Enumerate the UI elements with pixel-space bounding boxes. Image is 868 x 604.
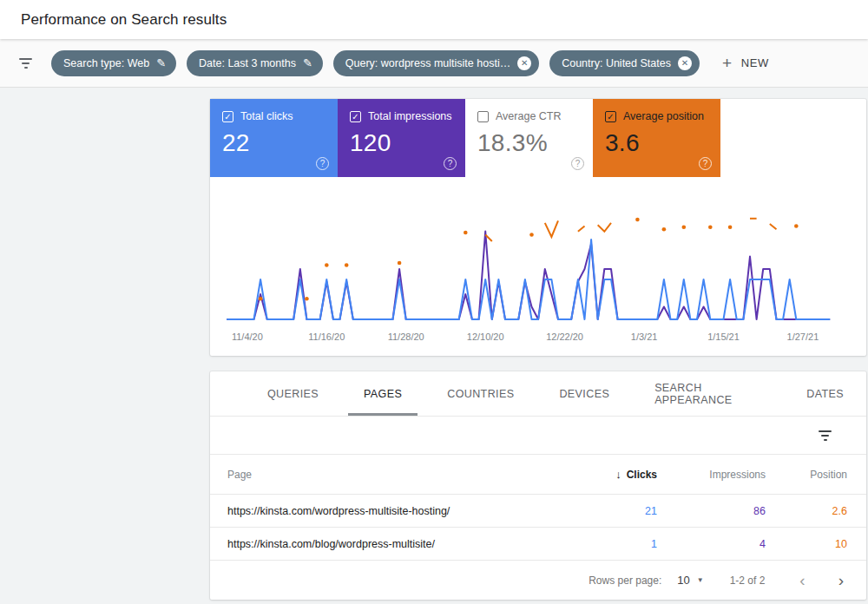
column-header-position[interactable]: Position [771, 469, 866, 481]
table-toolbar [210, 417, 866, 455]
metric-tiles: ✓ Total clicks 22 ? ✓ Total impressions … [210, 99, 866, 177]
impressions-value: 4 [662, 538, 771, 550]
sort-descending-icon: ↓ [615, 468, 621, 481]
svg-text:1/15/21: 1/15/21 [707, 332, 740, 342]
pagination-range: 1-2 of 2 [730, 574, 766, 587]
new-filter-label: NEW [741, 56, 769, 69]
chip-label: Date: Last 3 months [199, 57, 296, 69]
edit-icon[interactable]: ✎ [303, 56, 315, 69]
filter-chip-date[interactable]: Date: Last 3 months ✎ [187, 50, 323, 76]
svg-text:11/28/20: 11/28/20 [388, 332, 424, 342]
metric-tile-total-impressions[interactable]: ✓ Total impressions 120 ? [338, 99, 465, 177]
svg-text:1/27/21: 1/27/21 [787, 332, 819, 342]
clicks-value: 21 [558, 505, 662, 517]
tab-queries[interactable]: QUERIES [245, 371, 341, 416]
remove-icon[interactable]: ✕ [678, 56, 692, 70]
chip-label: Search type: Web [63, 57, 149, 69]
table-row[interactable]: https://kinsta.com/blog/wordpress-multis… [210, 527, 866, 560]
position-value: 2.6 [771, 505, 866, 517]
title-bar: Performance on Search results [0, 0, 868, 39]
metric-label: Total clicks [240, 110, 293, 122]
table-header-row: Page ↓Clicks Impressions Position [210, 455, 866, 494]
metric-tile-average-ctr[interactable]: Average CTR 18.3% ? [465, 99, 593, 177]
previous-page-icon[interactable]: ‹ [796, 572, 808, 588]
dropdown-arrow-icon: ▼ [697, 576, 704, 584]
chip-label: Country: United States [562, 57, 671, 69]
checkbox-checked-icon[interactable]: ✓ [222, 111, 233, 122]
help-icon[interactable]: ? [699, 157, 712, 170]
svg-text:12/22/20: 12/22/20 [546, 332, 583, 342]
dimension-tabs: QUERIES PAGES COUNTRIES DEVICES SEARCH A… [210, 371, 866, 417]
clicks-value: 1 [558, 538, 662, 550]
filter-bar: Search type: Web ✎ Date: Last 3 months ✎… [0, 39, 868, 88]
add-icon: + [722, 54, 733, 73]
column-header-impressions[interactable]: Impressions [662, 469, 771, 481]
checkbox-checked-icon[interactable]: ✓ [605, 111, 616, 122]
svg-text:12/10/20: 12/10/20 [467, 332, 504, 342]
svg-text:11/16/20: 11/16/20 [308, 332, 345, 342]
rows-per-page-value: 10 [677, 574, 689, 587]
page-url[interactable]: https://kinsta.com/wordpress-multisite-h… [210, 505, 558, 517]
dimensions-table-card: QUERIES PAGES COUNTRIES DEVICES SEARCH A… [210, 371, 866, 600]
filter-icon[interactable] [19, 56, 32, 71]
tab-pages[interactable]: PAGES [341, 371, 424, 416]
impressions-value: 86 [662, 505, 771, 517]
help-icon[interactable]: ? [444, 157, 457, 170]
svg-text:1/3/21: 1/3/21 [631, 332, 658, 342]
column-header-page[interactable]: Page [210, 469, 558, 481]
column-header-clicks[interactable]: ↓Clicks [558, 468, 662, 481]
svg-text:11/4/20: 11/4/20 [232, 332, 263, 342]
page-url[interactable]: https://kinsta.com/blog/wordpress-multis… [210, 538, 558, 550]
metric-value: 22 [222, 129, 326, 157]
metric-value: 120 [350, 129, 453, 157]
filter-chip-country[interactable]: Country: United States ✕ [549, 50, 700, 76]
metric-tile-average-position[interactable]: ✓ Average position 3.6 ? [593, 99, 720, 177]
rows-per-page-select[interactable]: 10 ▼ [677, 574, 703, 587]
table-filter-icon[interactable] [819, 428, 832, 443]
help-icon[interactable]: ? [571, 157, 584, 170]
table-row[interactable]: https://kinsta.com/wordpress-multisite-h… [210, 494, 866, 527]
performance-chart-card: ✓ Total clicks 22 ? ✓ Total impressions … [210, 99, 866, 356]
metric-label: Average position [623, 110, 704, 122]
next-page-icon[interactable]: › [835, 572, 847, 588]
tab-search-appearance[interactable]: SEARCH APPEARANCE [632, 371, 784, 416]
performance-chart[interactable]: 11/4/2011/16/2011/28/2012/10/2012/22/201… [215, 191, 861, 347]
filter-chip-search-type[interactable]: Search type: Web ✎ [51, 50, 176, 76]
help-icon[interactable]: ? [316, 157, 329, 170]
page-title: Performance on Search results [21, 11, 227, 29]
table-pagination: Rows per page: 10 ▼ 1-2 of 2 ‹ › [210, 560, 866, 600]
filter-chip-query[interactable]: Query: wordpress multisite hosti… ✕ [333, 50, 539, 76]
checkbox-unchecked-icon[interactable] [477, 111, 489, 122]
remove-icon[interactable]: ✕ [517, 56, 531, 70]
metric-value: 3.6 [605, 129, 708, 157]
position-value: 10 [771, 538, 866, 550]
metric-label: Total impressions [368, 110, 452, 122]
new-filter-button[interactable]: + NEW [722, 54, 769, 73]
chart-area: 11/4/2011/16/2011/28/2012/10/2012/22/201… [210, 177, 866, 351]
metric-label: Average CTR [496, 110, 562, 122]
rows-per-page-label: Rows per page: [589, 574, 661, 587]
chip-label: Query: wordpress multisite hosti… [345, 57, 510, 69]
tab-devices[interactable]: DEVICES [536, 371, 632, 416]
tab-dates[interactable]: DATES [784, 371, 866, 416]
metric-value: 18.3% [477, 129, 581, 157]
checkbox-checked-icon[interactable]: ✓ [350, 111, 361, 122]
tab-countries[interactable]: COUNTRIES [424, 371, 536, 416]
metric-tile-total-clicks[interactable]: ✓ Total clicks 22 ? [210, 99, 338, 177]
edit-icon[interactable]: ✎ [156, 56, 168, 69]
